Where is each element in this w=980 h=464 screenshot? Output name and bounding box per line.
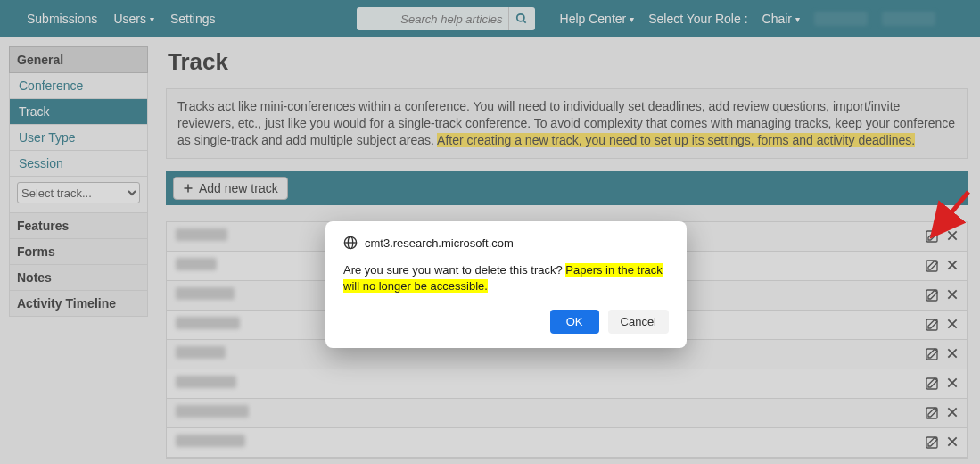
cancel-button[interactable]: Cancel (608, 310, 669, 334)
globe-icon (343, 236, 358, 250)
dialog-header: cmt3.research.microsoft.com (343, 236, 669, 250)
dialog-body: Are you sure you want to delete this tra… (343, 262, 669, 294)
dialog-site: cmt3.research.microsoft.com (365, 236, 514, 250)
confirm-dialog: cmt3.research.microsoft.com Are you sure… (325, 221, 687, 348)
dialog-actions: OK Cancel (343, 310, 669, 334)
ok-button[interactable]: OK (550, 310, 599, 334)
